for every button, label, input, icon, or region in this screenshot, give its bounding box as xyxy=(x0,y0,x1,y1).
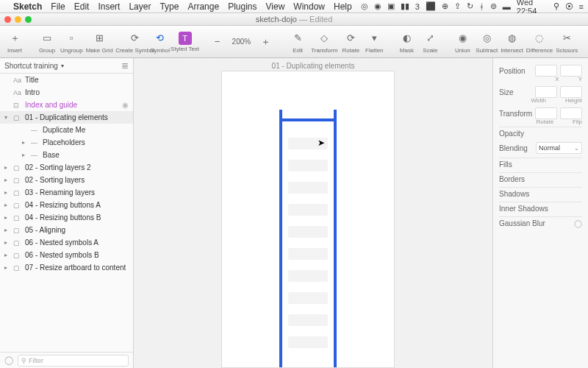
pages-menu-icon[interactable]: ≣ xyxy=(121,60,129,71)
menu-type[interactable]: Type xyxy=(159,1,179,12)
styled-text-button[interactable]: TStyled Text xyxy=(175,32,196,52)
canvas[interactable]: 01 - Duplicating elements ➤ xyxy=(134,58,492,368)
pages-header[interactable]: Shortcut training ▾ ≣ xyxy=(0,58,133,74)
dropbox-icon[interactable]: ⇪ xyxy=(454,1,461,11)
filter-toggle-icon[interactable]: ◯ xyxy=(4,355,13,365)
menu-plugins[interactable]: Plugins xyxy=(228,1,257,12)
insert-button[interactable]: ＋Insert xyxy=(4,30,25,54)
placeholder-rect[interactable] xyxy=(288,226,328,238)
edit-button[interactable]: ✎Edit xyxy=(287,30,308,54)
shadows-section[interactable]: Shadows xyxy=(499,187,582,200)
status-icon: ⬛ xyxy=(426,1,436,11)
artboard-row[interactable]: ▸▢02 - Sorting layers 2 xyxy=(0,161,133,174)
blending-select[interactable]: Normal⌄ xyxy=(536,142,582,154)
zoom-in-button[interactable]: ＋ xyxy=(255,34,276,50)
placeholder-rect[interactable] xyxy=(288,182,328,194)
frame-right[interactable] xyxy=(334,110,337,367)
artboard-label[interactable]: 01 - Duplicating elements xyxy=(134,62,492,70)
makegrid-button[interactable]: ⊞Make Grid xyxy=(86,30,113,54)
menu-view[interactable]: View xyxy=(266,1,285,12)
layer-row[interactable]: ▸—Placeholders xyxy=(0,136,133,149)
menu-help[interactable]: Help xyxy=(334,1,352,12)
scale-button[interactable]: ⤢Scale xyxy=(420,30,440,54)
scissors-button[interactable]: ✂Scissors xyxy=(556,30,578,54)
notification-icon[interactable]: ≡ xyxy=(579,2,584,11)
flip-field[interactable] xyxy=(560,107,582,119)
width-field[interactable] xyxy=(535,86,557,98)
group-button[interactable]: ▭Group xyxy=(37,30,57,54)
disclosure-icon[interactable]: ▸ xyxy=(4,264,10,271)
blur-toggle[interactable]: ◯ xyxy=(574,219,582,227)
borders-section[interactable]: Borders xyxy=(499,172,582,185)
menu-layer[interactable]: Layer xyxy=(129,1,151,12)
disclosure-icon[interactable]: ▸ xyxy=(4,177,10,183)
layer-row[interactable]: —Duplicate Me xyxy=(0,124,133,136)
layer-row[interactable]: AaIntro xyxy=(0,86,133,99)
artboard-row[interactable]: ▸▢03 - Renaming layers xyxy=(0,186,133,199)
menu-arrange[interactable]: Arrange xyxy=(187,1,219,12)
placeholder-rect[interactable] xyxy=(288,336,328,348)
y-field[interactable] xyxy=(560,65,582,77)
layer-row[interactable]: ▸—Base xyxy=(0,149,133,161)
transform-button[interactable]: ◇Transform xyxy=(311,30,337,54)
artboard-row[interactable]: ▸▢05 - Aligning xyxy=(0,224,133,236)
visibility-icon[interactable]: ◉ xyxy=(122,101,129,109)
zoom-out-button[interactable]: − xyxy=(207,34,228,50)
menu-insert[interactable]: Insert xyxy=(98,1,120,12)
union-button[interactable]: ◉Union xyxy=(452,30,473,54)
artboard-row[interactable]: ▾▢01 - Duplicating elements xyxy=(0,111,133,124)
placeholder-rect[interactable] xyxy=(288,292,328,304)
menu-window[interactable]: Window xyxy=(293,1,325,12)
rotate-field[interactable] xyxy=(535,107,557,119)
disclosure-icon[interactable]: ▸ xyxy=(4,214,10,221)
rotate-button[interactable]: ⟳Rotate xyxy=(340,30,361,54)
menu-app[interactable]: Sketch xyxy=(13,1,42,12)
disclosure-icon[interactable]: ▸ xyxy=(22,152,28,158)
symbol-button[interactable]: ⟲Symbol xyxy=(150,30,171,54)
layer-row[interactable]: AaTitle xyxy=(0,74,133,86)
layer-row[interactable]: ⊡Index and guide◉ xyxy=(0,99,133,111)
artboard-row[interactable]: ▸▢07 - Resize artboard to content xyxy=(0,261,133,274)
frame-left[interactable] xyxy=(279,110,282,367)
inner-shadows-section[interactable]: Inner Shadows xyxy=(499,202,582,215)
disclosure-icon[interactable]: ▸ xyxy=(4,252,10,258)
height-field[interactable] xyxy=(560,86,582,98)
subtract-button[interactable]: ◎Subtract xyxy=(476,30,498,54)
artboard-row[interactable]: ▸▢06 - Nested symbols A xyxy=(0,236,133,249)
artboard[interactable]: ➤ xyxy=(222,71,394,367)
flatten-button[interactable]: ▾Flatten xyxy=(364,30,384,54)
disclosure-icon[interactable]: ▾ xyxy=(4,114,10,121)
spotlight-icon[interactable]: ⚲ xyxy=(553,1,559,11)
intersect-button[interactable]: ◍Intersect xyxy=(501,30,523,54)
disclosure-icon[interactable]: ▸ xyxy=(4,239,10,246)
placeholder-rect[interactable] xyxy=(288,160,328,171)
artboard-row[interactable]: ▸▢06 - Nested symbols B xyxy=(0,249,133,261)
disclosure-icon[interactable]: ▸ xyxy=(4,202,10,208)
ungroup-button[interactable]: ▫Ungroup xyxy=(60,30,83,54)
placeholder-rect[interactable] xyxy=(288,248,328,260)
disclosure-icon[interactable]: ▸ xyxy=(22,139,28,146)
fills-section[interactable]: Fills xyxy=(499,158,582,171)
placeholder-rect[interactable] xyxy=(288,204,328,216)
placeholder-rect[interactable] xyxy=(288,314,328,326)
frame-top[interactable] xyxy=(279,118,337,121)
placeholder-rect[interactable] xyxy=(288,270,328,282)
disclosure-icon[interactable]: ▸ xyxy=(4,227,10,233)
disclosure-icon[interactable]: ▸ xyxy=(4,164,10,171)
create-symbol-button[interactable]: ⟳Create Symbol xyxy=(125,30,146,54)
disclosure-icon[interactable]: ▸ xyxy=(4,189,10,196)
artboard-row[interactable]: ▸▢04 - Resizing buttons A xyxy=(0,199,133,211)
artboard-row[interactable]: ▸▢04 - Resizing buttons B xyxy=(0,211,133,224)
wifi-icon[interactable]: ⊚ xyxy=(490,1,497,11)
menu-edit[interactable]: Edit xyxy=(74,1,90,12)
artboard-row[interactable]: ▸▢02 - Sorting layers xyxy=(0,174,133,186)
user-icon[interactable]: ⦿ xyxy=(565,2,573,11)
difference-button[interactable]: ◌Difference xyxy=(526,30,553,54)
mask-button[interactable]: ◐Mask xyxy=(396,30,417,54)
battery-icon[interactable]: ▬ xyxy=(503,2,511,11)
x-field[interactable] xyxy=(535,65,557,77)
menu-file[interactable]: File xyxy=(51,1,65,12)
blur-section[interactable]: Gaussian Blur◯ xyxy=(499,216,582,230)
filter-input[interactable]: ⚲ Filter xyxy=(18,355,129,367)
bluetooth-icon[interactable]: ᚼ xyxy=(479,2,484,11)
